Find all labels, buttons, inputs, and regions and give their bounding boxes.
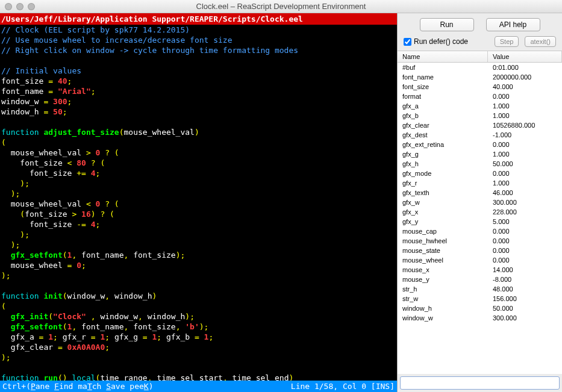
var-value: 40.000 [488, 82, 562, 92]
var-value: 0.000 [488, 226, 562, 236]
variable-row[interactable]: gfx_r1.000 [398, 178, 562, 188]
var-value: 0.000 [488, 236, 562, 246]
side-panel: Run API help Run defer() code Step atexi… [397, 13, 562, 392]
variable-row[interactable]: mouse_cap0.000 [398, 226, 562, 236]
var-name: font_name [398, 72, 488, 82]
window-controls [5, 3, 35, 10]
variable-row[interactable]: window_h50.000 [398, 303, 562, 313]
variable-row[interactable]: gfx_g1.000 [398, 149, 562, 159]
variable-row[interactable]: gfx_y5.000 [398, 217, 562, 226]
var-name: font_size [398, 82, 488, 92]
code-editor[interactable]: /Users/Jeff/Library/Application Support/… [0, 13, 397, 392]
variable-row[interactable]: mouse_state0.000 [398, 246, 562, 255]
variable-row[interactable]: gfx_texth46.000 [398, 188, 562, 198]
zoom-icon[interactable] [28, 3, 35, 10]
var-value: 300.000 [488, 198, 562, 207]
var-name: gfx_ext_retina [398, 140, 488, 149]
options-row: Run defer() code Step atexit() [398, 35, 562, 51]
var-name: gfx_a [398, 101, 488, 111]
close-icon[interactable] [5, 3, 12, 10]
variable-table[interactable]: Name Value #buf0:01.000font_name2000000.… [398, 51, 562, 374]
command-input[interactable] [400, 376, 560, 390]
var-value: 300.000 [488, 313, 562, 323]
var-value: 48.000 [488, 284, 562, 294]
variable-row[interactable]: format0.000 [398, 92, 562, 101]
variable-row[interactable]: gfx_a1.000 [398, 101, 562, 111]
var-value: 14.000 [488, 265, 562, 275]
run-defer-input[interactable] [404, 38, 411, 46]
variable-row[interactable]: font_name2000000.000 [398, 72, 562, 82]
var-name: gfx_x [398, 207, 488, 217]
var-name: gfx_mode [398, 169, 488, 178]
var-value: 2000000.000 [488, 72, 562, 82]
var-name: gfx_g [398, 149, 488, 159]
var-value: 228.000 [488, 207, 562, 217]
var-value: 0.000 [488, 140, 562, 149]
run-defer-checkbox[interactable]: Run defer() code [404, 37, 489, 46]
main-split: /Users/Jeff/Library/Application Support/… [0, 13, 562, 392]
minimize-icon[interactable] [16, 3, 23, 10]
titlebar: Clock.eel – ReaScript Development Enviro… [0, 0, 562, 13]
var-value: 50.000 [488, 159, 562, 169]
var-name: mouse_state [398, 246, 488, 255]
variable-row[interactable]: gfx_clear10526880.000 [398, 120, 562, 130]
var-name: mouse_x [398, 265, 488, 275]
var-value: 0.000 [488, 255, 562, 265]
variable-row[interactable]: gfx_b1.000 [398, 111, 562, 120]
var-name: gfx_y [398, 217, 488, 226]
api-help-button[interactable]: API help [486, 18, 540, 31]
variable-row[interactable]: str_w156.000 [398, 294, 562, 303]
var-value: 0.000 [488, 246, 562, 255]
variable-row[interactable]: mouse_y-8.000 [398, 275, 562, 284]
var-value: 5.000 [488, 217, 562, 226]
run-button[interactable]: Run [420, 18, 474, 31]
code-area[interactable]: // Clock (EEL script by spk77 14.2.2015)… [0, 25, 397, 381]
var-value: 1.000 [488, 101, 562, 111]
var-value: -8.000 [488, 275, 562, 284]
var-name: mouse_wheel [398, 255, 488, 265]
var-value: 1.000 [488, 178, 562, 188]
variable-row[interactable]: gfx_w300.000 [398, 198, 562, 207]
variable-row[interactable]: mouse_wheel0.000 [398, 255, 562, 265]
var-name: window_w [398, 313, 488, 323]
var-name: gfx_texth [398, 188, 488, 198]
var-name: gfx_clear [398, 120, 488, 130]
col-name-header[interactable]: Name [398, 51, 488, 62]
var-name: window_h [398, 303, 488, 313]
col-value-header[interactable]: Value [488, 51, 562, 62]
step-button[interactable]: Step [495, 36, 519, 47]
command-input-area [398, 374, 562, 392]
var-value: -1.000 [488, 130, 562, 140]
window-title: Clock.eel – ReaScript Development Enviro… [196, 2, 366, 11]
variable-row[interactable]: gfx_mode0.000 [398, 169, 562, 178]
var-name: format [398, 92, 488, 101]
var-name: mouse_y [398, 275, 488, 284]
status-position: Line 1/58, Col 0 [INS] [291, 381, 395, 391]
var-name: str_h [398, 284, 488, 294]
variable-row[interactable]: window_w300.000 [398, 313, 562, 323]
atexit-button[interactable]: atexit() [525, 36, 556, 47]
variable-row[interactable]: str_h48.000 [398, 284, 562, 294]
var-value: 156.000 [488, 294, 562, 303]
variable-row[interactable]: gfx_ext_retina0.000 [398, 140, 562, 149]
var-name: mouse_hwheel [398, 236, 488, 246]
variable-row[interactable]: #buf0:01.000 [398, 63, 562, 72]
var-value: 1.000 [488, 111, 562, 120]
variable-row[interactable]: font_size40.000 [398, 82, 562, 92]
var-value: 10526880.000 [488, 120, 562, 130]
var-name: gfx_r [398, 178, 488, 188]
variable-row[interactable]: gfx_dest-1.000 [398, 130, 562, 140]
button-row: Run API help [398, 13, 562, 35]
variable-header: Name Value [398, 51, 562, 63]
status-shortcuts: Ctrl+(Pane Find maTch Save peeK) [2, 381, 291, 391]
variable-body: #buf0:01.000font_name2000000.000font_siz… [398, 63, 562, 323]
variable-row[interactable]: mouse_x14.000 [398, 265, 562, 275]
variable-row[interactable]: gfx_h50.000 [398, 159, 562, 169]
var-name: gfx_w [398, 198, 488, 207]
var-value: 50.000 [488, 303, 562, 313]
var-name: gfx_dest [398, 130, 488, 140]
file-path: /Users/Jeff/Library/Application Support/… [0, 13, 397, 25]
variable-row[interactable]: gfx_x228.000 [398, 207, 562, 217]
var-name: gfx_b [398, 111, 488, 120]
variable-row[interactable]: mouse_hwheel0.000 [398, 236, 562, 246]
